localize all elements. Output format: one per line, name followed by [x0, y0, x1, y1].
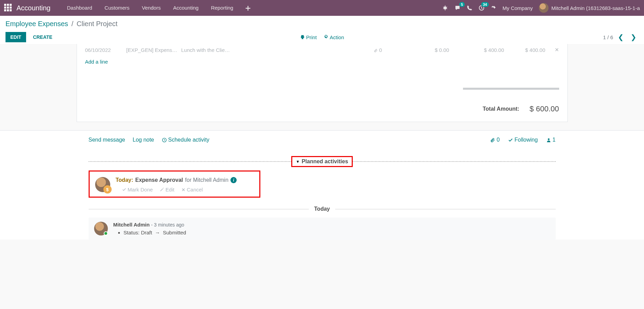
planned-activities-divider: ▼ Planned activities	[89, 156, 556, 167]
check-icon	[122, 187, 126, 192]
user-icon	[546, 137, 551, 143]
menu-dashboard[interactable]: Dashboard	[61, 0, 98, 16]
svg-point-0	[444, 7, 447, 10]
app-brand[interactable]: Accounting	[16, 4, 50, 12]
activity-type-icon: $	[103, 185, 112, 194]
menu-add[interactable]	[239, 0, 257, 16]
message-author[interactable]: Mitchell Admin	[113, 222, 150, 228]
arrow-right-icon: →	[155, 230, 160, 235]
top-navbar: Accounting Dashboard Customers Vendors A…	[0, 0, 644, 16]
user-avatar	[539, 3, 549, 13]
expense-unit-price: $ 0.00	[394, 47, 449, 53]
edit-activity-button[interactable]: Edit	[160, 187, 174, 192]
company-switcher[interactable]: My Company	[502, 5, 533, 11]
menu-reporting[interactable]: Reporting	[205, 0, 239, 16]
mark-done-button[interactable]: Mark Done	[122, 187, 153, 192]
expense-date: 06/10/2022	[85, 47, 126, 53]
expense-attachments: 0	[374, 47, 394, 53]
presence-indicator	[104, 231, 108, 235]
paperclip-icon	[490, 137, 495, 143]
pager-counter[interactable]: 1 / 6	[603, 34, 613, 40]
expense-subtotal: $ 400.00	[449, 47, 504, 53]
activity-title[interactable]: Expense Approval	[135, 177, 183, 183]
action-button[interactable]: Action	[324, 34, 344, 40]
log-note-tab[interactable]: Log note	[133, 137, 154, 143]
menu-vendors[interactable]: Vendors	[136, 0, 167, 16]
phone-icon[interactable]	[467, 5, 472, 11]
total-amount-label: Total Amount:	[483, 106, 519, 112]
info-icon[interactable]: i	[230, 177, 237, 183]
tools-icon[interactable]	[491, 5, 496, 11]
pencil-icon	[160, 187, 164, 192]
expense-line-row[interactable]: 06/10/2022 [EXP_GEN] Expens… Lunch with …	[85, 44, 559, 56]
activity-assignee: for Mitchell Admin	[185, 177, 228, 183]
main-menu: Dashboard Customers Vendors Accounting R…	[61, 0, 257, 16]
paperclip-icon	[374, 48, 378, 53]
messaging-icon[interactable]: 5	[454, 5, 461, 11]
edit-button[interactable]: EDIT	[5, 32, 26, 42]
debug-icon[interactable]	[442, 5, 448, 11]
control-panel: Employee Expenses / Client Project EDIT …	[0, 16, 644, 46]
breadcrumb-parent[interactable]: Employee Expenses	[5, 20, 68, 27]
close-icon	[181, 188, 185, 192]
planned-activities-toggle[interactable]: ▼ Planned activities	[291, 156, 352, 167]
gear-icon	[324, 35, 328, 40]
activity-due-label: Today:	[116, 177, 133, 183]
caret-down-icon: ▼	[296, 159, 300, 164]
cancel-activity-button[interactable]: Cancel	[181, 187, 203, 192]
pager-next[interactable]: ❯	[629, 33, 639, 41]
send-message-tab[interactable]: Send message	[89, 137, 125, 143]
print-icon	[300, 35, 305, 40]
expense-description: Lunch with the Clie…	[181, 47, 243, 53]
today-divider: Today	[89, 206, 556, 212]
chatter: Send message Log note Schedule activity …	[0, 130, 644, 240]
status-change-line: Status: Draft → Submitted	[124, 230, 550, 235]
menu-customers[interactable]: Customers	[98, 0, 136, 16]
create-button[interactable]: CREATE	[30, 32, 55, 42]
message-time: - 3 minutes ago	[151, 222, 184, 228]
breadcrumb-current: Client Project	[77, 20, 117, 27]
check-icon	[508, 137, 513, 143]
activities-icon[interactable]: 34	[478, 5, 485, 11]
breadcrumb-separator: /	[71, 20, 74, 27]
delete-line-icon[interactable]: ✕	[545, 47, 559, 53]
user-menu[interactable]: Mitchell Admin (16312683-saas-15-1-a	[539, 3, 640, 13]
expense-total: $ 400.00	[504, 47, 545, 53]
clock-icon	[162, 137, 167, 143]
expense-product: [EXP_GEN] Expens…	[126, 47, 181, 53]
svg-point-4	[548, 138, 550, 140]
today-label: Today	[309, 206, 336, 212]
activity-avatar[interactable]: $	[95, 177, 110, 192]
action-label: Action	[330, 34, 344, 40]
total-amount-value: $ 600.00	[530, 104, 559, 113]
schedule-activity-tab[interactable]: Schedule activity	[162, 137, 210, 143]
log-message: Mitchell Admin - 3 minutes ago Status: D…	[89, 218, 556, 240]
user-name: Mitchell Admin (16312683-saas-15-1-a	[551, 5, 640, 11]
attachments-count[interactable]: 0	[490, 137, 500, 143]
print-button[interactable]: Print	[300, 34, 317, 40]
print-label: Print	[306, 34, 317, 40]
pager-prev[interactable]: ❮	[616, 33, 626, 41]
menu-accounting[interactable]: Accounting	[167, 0, 205, 16]
followers-count[interactable]: 1	[546, 137, 556, 143]
form-sheet: 06/10/2022 [EXP_GEN] Expens… Lunch with …	[77, 44, 568, 122]
message-avatar[interactable]	[94, 222, 108, 235]
messaging-badge: 5	[459, 2, 465, 7]
activity-card: $ Today: Expense Approval for Mitchell A…	[89, 170, 260, 198]
apps-icon[interactable]	[4, 4, 12, 12]
add-line-link[interactable]: Add a line	[85, 56, 559, 67]
planned-activities-label: Planned activities	[302, 158, 348, 165]
following-button[interactable]: Following	[508, 137, 538, 143]
activities-badge: 34	[481, 2, 489, 7]
breadcrumb: Employee Expenses / Client Project	[5, 20, 639, 28]
